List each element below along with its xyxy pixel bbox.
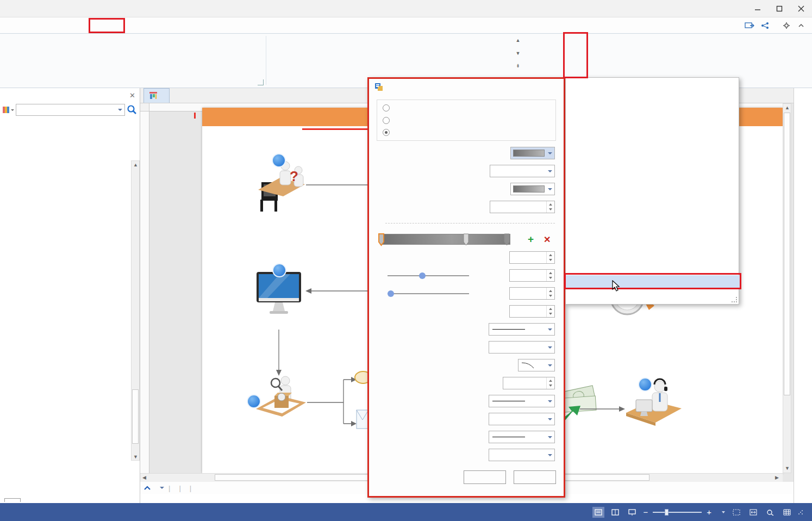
status-right-controls: − + (592, 507, 812, 518)
corner-size-spinner[interactable] (503, 377, 555, 389)
zoom-caret-icon[interactable] (721, 511, 726, 514)
gallery-more-icon[interactable]: ⇟ (516, 64, 520, 69)
mouse-cursor (612, 280, 621, 292)
grid-toggle-icon[interactable] (781, 507, 793, 518)
type-select[interactable] (490, 165, 555, 177)
end-type-combo[interactable] (489, 431, 555, 443)
close-button[interactable] (790, 0, 812, 17)
scroll-up-icon[interactable]: ▲ (133, 163, 138, 168)
aperture-rule (385, 223, 555, 224)
connector-style-dropdown (565, 77, 739, 305)
cap-style-select[interactable] (489, 341, 555, 353)
zoom-in-button[interactable]: + (707, 507, 711, 517)
settings-gear-icon[interactable] (783, 22, 791, 29)
resize-grip-icon (798, 510, 803, 515)
dash-type-combo[interactable] (489, 323, 555, 336)
share-icon[interactable] (761, 22, 770, 29)
app-window: ▲ ▼ ⇟ ✕ ▲ ▼ (0, 0, 812, 521)
library-search-row (0, 102, 140, 117)
symbol-library-panel: ✕ ▲ ▼ (0, 88, 140, 503)
fit-width-icon[interactable] (747, 507, 759, 518)
menu-create-theme-connector[interactable] (566, 275, 740, 289)
divider: | (168, 484, 170, 492)
collapse-ribbon-icon[interactable] (798, 23, 804, 28)
zoom-slider-handle[interactable] (665, 509, 669, 516)
scrollbar-thumb[interactable] (132, 389, 139, 444)
radio-icon[interactable] (383, 104, 390, 111)
radio-icon[interactable] (383, 129, 390, 136)
scroll-down-icon[interactable]: ▼ (133, 455, 138, 460)
search-dropdown-icon[interactable] (118, 109, 122, 111)
menu-delete-theme-connector[interactable] (566, 290, 740, 304)
tab-file-recovery[interactable] (23, 499, 38, 502)
color-swatch-combo[interactable] (510, 147, 555, 159)
normal-view-icon[interactable] (592, 507, 604, 518)
theme-gallery-scroll: ▲ ▼ ⇟ (514, 38, 522, 69)
step-badge (272, 153, 286, 168)
zoom-out-button[interactable]: − (643, 507, 648, 517)
angle-spinner[interactable] (490, 201, 555, 213)
step-badge (247, 394, 261, 408)
radio-mono-gradient-line[interactable] (383, 129, 550, 136)
width-spinner[interactable] (509, 305, 555, 318)
divider: | (179, 484, 180, 492)
ok-button[interactable] (464, 470, 506, 484)
chevron-up-icon[interactable] (143, 485, 151, 491)
start-size-select[interactable] (489, 413, 555, 425)
remove-stop-button[interactable]: ✕ (544, 234, 551, 245)
gradient-stop[interactable] (463, 233, 469, 246)
status-bar: − + (0, 503, 812, 521)
direction-swatch-combo[interactable] (510, 183, 555, 195)
position-spinner[interactable] (509, 251, 555, 264)
gallery-down-icon[interactable]: ▼ (516, 51, 521, 56)
radio-icon[interactable] (383, 117, 390, 124)
end-size-select[interactable] (489, 449, 555, 461)
search-input[interactable] (16, 104, 125, 116)
gradient-stop[interactable] (504, 233, 510, 246)
transparency-slider[interactable] (388, 293, 469, 294)
right-toolbar (794, 88, 812, 503)
radio-gradient-line[interactable] (383, 117, 550, 124)
zoom-slider[interactable] (653, 512, 702, 513)
connector-style-grid (567, 79, 739, 274)
dialog-launcher-icon[interactable] (258, 79, 264, 85)
ribbon-tab-row (0, 17, 812, 34)
library-close-icon[interactable]: ✕ (129, 91, 135, 100)
brightness-spinner[interactable] (509, 269, 555, 282)
transparency-spinner[interactable] (509, 287, 555, 300)
cancel-button[interactable] (514, 470, 556, 484)
search-icon[interactable] (127, 104, 138, 115)
add-stop-button[interactable]: + (528, 233, 534, 245)
panel-resize-grip[interactable] (732, 297, 737, 302)
brightness-slider[interactable] (388, 275, 469, 276)
library-picker-icon[interactable] (2, 105, 14, 115)
gradient-bar[interactable] (380, 234, 510, 245)
edraw-logo-icon (374, 83, 383, 91)
maximize-button[interactable] (769, 0, 790, 17)
start-type-combo[interactable] (489, 395, 555, 407)
radio-solid-line[interactable] (383, 104, 550, 111)
gradient-stop-selected[interactable] (378, 233, 384, 246)
line-mode-radios (377, 100, 556, 141)
page-selector-caret-icon[interactable] (160, 487, 164, 489)
symbol-scrollbar[interactable]: ▲ ▼ (131, 160, 140, 461)
ribbon-tabrow-right (745, 17, 812, 33)
library-header: ✕ (0, 88, 140, 102)
library-tabs (0, 488, 140, 502)
zoom-area-icon[interactable] (764, 507, 776, 518)
step-badge (272, 263, 286, 277)
divider: | (190, 484, 191, 492)
fit-page-icon[interactable] (730, 507, 742, 518)
corner-type-combo[interactable] (518, 359, 555, 371)
create-theme-connector-dialog: + ✕ (367, 77, 565, 498)
minimize-button[interactable] (747, 0, 769, 17)
split-view-icon[interactable] (609, 507, 621, 518)
tab-symbol-library[interactable] (4, 498, 21, 502)
title-bar (0, 0, 812, 17)
dialog-title-bar[interactable] (369, 79, 564, 95)
presentation-view-icon[interactable] (626, 507, 638, 518)
gallery-up-icon[interactable]: ▲ (516, 38, 521, 43)
window-controls (747, 0, 812, 17)
symbol-grid (1, 160, 130, 461)
export-share-icon[interactable] (745, 22, 754, 29)
